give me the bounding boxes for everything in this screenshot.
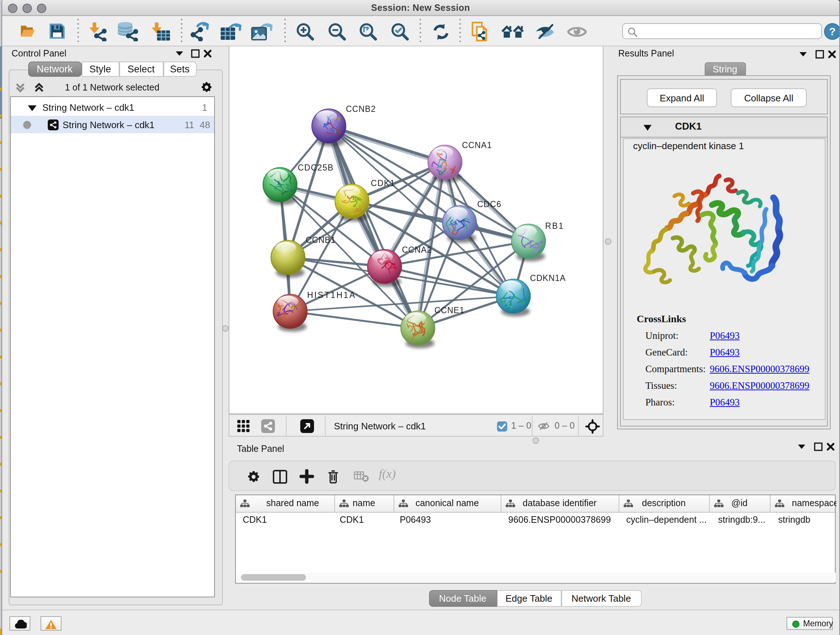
svg-text:HIST1H1A: HIST1H1A bbox=[307, 290, 355, 300]
svg-text:CDC25B: CDC25B bbox=[298, 163, 333, 172]
svg-text:?: ? bbox=[829, 25, 835, 37]
svg-text:CCNB1: CCNB1 bbox=[306, 235, 335, 245]
svg-text:RB1: RB1 bbox=[545, 221, 563, 231]
svg-text:CCNA1: CCNA1 bbox=[462, 141, 492, 150]
svg-text:CDKN1A: CDKN1A bbox=[530, 273, 566, 283]
svg-text:CCNE1: CCNE1 bbox=[434, 306, 464, 315]
svg-text:CDK1: CDK1 bbox=[371, 179, 395, 188]
svg-text:CCNA2: CCNA2 bbox=[402, 245, 431, 255]
svg-text:CDC6: CDC6 bbox=[477, 200, 501, 209]
svg-text:CCNB2: CCNB2 bbox=[346, 104, 376, 114]
